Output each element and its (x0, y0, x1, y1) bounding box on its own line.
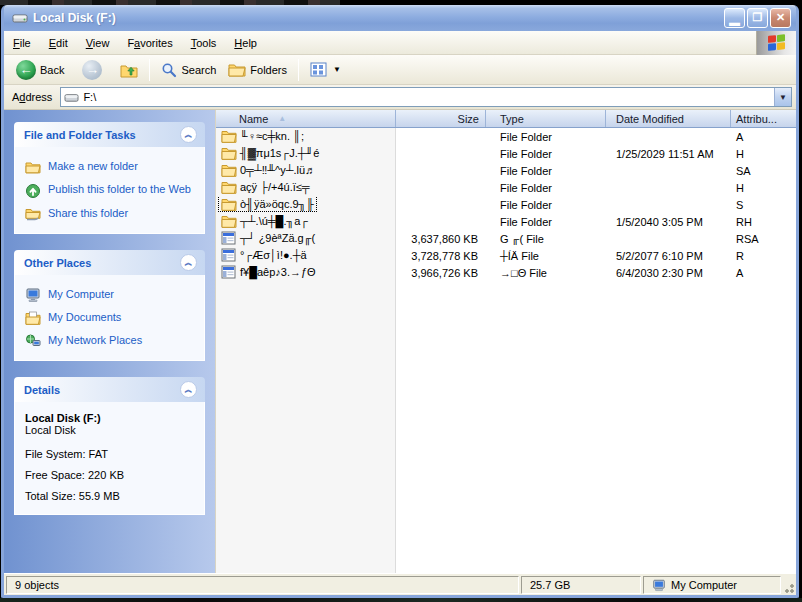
title-bar[interactable]: Local Disk (F:) ▬ ❐ ✕ (4, 5, 796, 31)
table-row[interactable]: ò╢ÿä»öqc.9╖╟ File Folder S (216, 196, 796, 213)
search-button[interactable]: Search (155, 59, 222, 81)
task-pane: File and Folder Tasks ︽ Make a new folde… (4, 110, 215, 573)
details-header[interactable]: Details ︽ (14, 377, 205, 402)
table-row[interactable]: ┬┴.\ú╪█.╖a┌ File Folder 1/5/2040 3:05 PM… (216, 213, 796, 230)
my-computer-icon (652, 579, 666, 592)
task-publish-folder[interactable]: Publish this folder to the Web (25, 183, 196, 198)
folders-button[interactable]: Folders (222, 59, 293, 80)
status-object-count: 9 objects (6, 576, 519, 594)
file-name: ┬┴.\ú╪█.╖a┌ (240, 215, 308, 227)
file-date-modified: 1/5/2040 3:05 PM (606, 216, 731, 228)
search-label: Search (181, 64, 216, 76)
place-my-computer[interactable]: My Computer (25, 288, 196, 302)
menu-file[interactable]: File (4, 33, 40, 53)
file-name: 0╤┴‼╨^y┴.lü♬ (240, 164, 316, 176)
status-zone: My Computer (643, 576, 781, 594)
place-my-documents[interactable]: My Documents (25, 311, 196, 325)
folder-icon (221, 163, 237, 177)
search-icon (161, 62, 177, 78)
column-header-attributes[interactable]: Attribu... (731, 110, 796, 127)
desktop-background-strip (0, 598, 802, 602)
views-button[interactable]: ▼ (304, 59, 347, 80)
address-dropdown-button[interactable]: ▼ (774, 88, 791, 106)
collapse-chevron-icon[interactable]: ︽ (180, 381, 197, 398)
column-header-size[interactable]: Size (396, 110, 486, 127)
table-row[interactable]: ┬┘ ¿9èªZä.g╓( 3,637,860 KB G ╓( File RSA (216, 230, 796, 247)
section-title: Details (24, 384, 60, 396)
table-row[interactable]: ╢▓πμ1s┌J.┼╜é File Folder 1/25/2029 11:51… (216, 145, 796, 162)
section-title: Other Places (24, 257, 91, 269)
status-zone-label: My Computer (671, 579, 737, 591)
forward-icon: → (82, 60, 102, 80)
task-label: Make a new folder (48, 160, 138, 172)
column-header-type[interactable]: Type (486, 110, 606, 127)
file-type: ┼ÍÄ File (486, 250, 606, 262)
views-icon (310, 62, 327, 77)
file-name: ò╢ÿä»öqc.9╖╟ (240, 198, 314, 210)
system-file-icon (221, 265, 236, 279)
folder-icon (221, 180, 237, 194)
back-button[interactable]: ← Back (10, 57, 70, 83)
resize-grip[interactable] (781, 576, 795, 594)
file-folder-tasks-section: File and Folder Tasks ︽ Make a new folde… (14, 122, 205, 234)
task-make-new-folder[interactable]: Make a new folder (25, 160, 196, 174)
table-row[interactable]: f¥█aêp♪3.→ƒΘ 3,966,726 KB →□Θ File 6/4/2… (216, 264, 796, 281)
details-disk-name: Local Disk (F:) (25, 412, 196, 424)
file-folder-tasks-header[interactable]: File and Folder Tasks ︽ (14, 122, 205, 147)
up-button[interactable] (114, 59, 144, 81)
file-attributes: SA (731, 165, 796, 177)
menu-help[interactable]: Help (225, 33, 266, 53)
menu-favorites[interactable]: Favorites (118, 33, 181, 53)
windows-flag-icon (768, 34, 786, 52)
file-type: File Folder (486, 131, 606, 143)
explorer-window: Local Disk (F:) ▬ ❐ ✕ File Edit View Fav… (1, 5, 799, 598)
column-header-date-modified[interactable]: Date Modified (606, 110, 731, 127)
window-title: Local Disk (F:) (33, 11, 722, 25)
details-section: Details ︽ Local Disk (F:) Local Disk Fil… (14, 377, 205, 515)
file-name: ╢▓πμ1s┌J.┼╜é (240, 147, 319, 159)
address-input[interactable]: F:\ (83, 91, 774, 103)
task-label: Share this folder (48, 207, 128, 219)
menu-tools[interactable]: Tools (182, 33, 226, 53)
close-button[interactable]: ✕ (770, 8, 791, 28)
file-type: →□Θ File (486, 267, 606, 279)
collapse-chevron-icon[interactable]: ︽ (180, 254, 197, 271)
table-row[interactable]: 0╤┴‼╨^y┴.lü♬ File Folder SA (216, 162, 796, 179)
address-label: Address (12, 91, 52, 103)
file-attributes: R (731, 250, 796, 262)
details-free-space: Free Space: 220 KB (25, 469, 196, 481)
address-combo[interactable]: F:\ ▼ (60, 87, 792, 107)
address-bar: Address F:\ ▼ (4, 85, 796, 110)
column-header-name[interactable]: Name ▲ (216, 110, 396, 127)
collapse-chevron-icon[interactable]: ︽ (180, 126, 197, 143)
menu-edit[interactable]: Edit (40, 33, 77, 53)
up-folder-icon (120, 62, 138, 78)
folders-label: Folders (250, 64, 287, 76)
table-row[interactable]: °┌Æσ│ì!●.┼ä 3,728,778 KB ┼ÍÄ File 5/2/20… (216, 247, 796, 264)
my-documents-icon (25, 311, 41, 325)
folder-icon (221, 146, 237, 160)
file-size: 3,728,778 KB (396, 250, 486, 262)
minimize-button[interactable]: ▬ (724, 8, 745, 28)
other-places-header[interactable]: Other Places ︽ (14, 250, 205, 275)
file-name: açÿ ├/+4ú.ï≤╤ (240, 181, 310, 193)
file-type: File Folder (486, 148, 606, 160)
toolbar-separator (149, 59, 150, 81)
toolbar-separator (298, 59, 299, 81)
back-label: Back (40, 64, 64, 76)
table-row[interactable]: ╙♀≈c╪kn. ║; File Folder A (216, 128, 796, 145)
system-file-icon (221, 231, 236, 245)
task-share-folder[interactable]: Share this folder (25, 207, 196, 221)
menu-view[interactable]: View (77, 33, 119, 53)
table-row[interactable]: açÿ ├/+4ú.ï≤╤ File Folder H (216, 179, 796, 196)
windows-logo-strip (756, 31, 796, 55)
forward-button[interactable]: → (76, 57, 108, 83)
file-rows: ╙♀≈c╪kn. ║; File Folder A (216, 128, 796, 281)
place-my-network[interactable]: My Network Places (25, 334, 196, 348)
file-attributes: A (731, 267, 796, 279)
file-name: ┬┘ ¿9èªZä.g╓( (240, 232, 315, 244)
file-attributes: RSA (731, 233, 796, 245)
file-attributes: RH (731, 216, 796, 228)
maximize-button[interactable]: ❐ (747, 8, 768, 28)
task-label: Publish this folder to the Web (48, 183, 191, 195)
